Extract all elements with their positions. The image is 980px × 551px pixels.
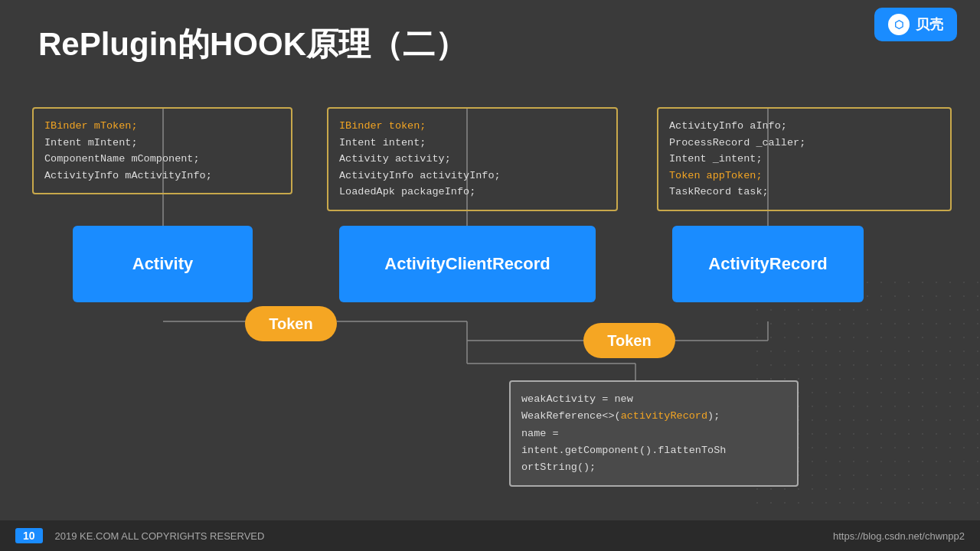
- code-right-line-5: TaskRecord task;: [669, 186, 769, 197]
- logo-text: 贝壳: [916, 15, 943, 34]
- activity-record-box: ActivityRecord: [672, 226, 864, 302]
- code-mid-line-2: Intent intent;: [339, 137, 426, 148]
- page-title: RePlugin的HOOK原理（二）: [38, 23, 467, 66]
- token-button-1: Token: [245, 306, 337, 341]
- logo-icon: ⬡: [888, 14, 910, 35]
- snippet-line-2: WeakReference<>(activityRecord);: [521, 410, 720, 422]
- code-line-3: ComponentName mComponent;: [44, 153, 200, 165]
- activity-box: Activity: [73, 226, 253, 302]
- code-right-line-1: ActivityInfo aInfo;: [669, 120, 787, 132]
- code-mid-line-4: ActivityInfo activityInfo;: [339, 170, 501, 181]
- code-mid-line-1: IBinder token;: [339, 120, 426, 132]
- code-right-line-4: Token appToken;: [669, 170, 763, 181]
- bottom-bar: 10 2019 KE.COM ALL COPYRIGHTS RESERVED h…: [0, 520, 980, 551]
- logo-container: ⬡ 贝壳: [874, 8, 957, 41]
- code-line-4: ActivityInfo mActivityInfo;: [44, 170, 212, 181]
- code-box-left: IBinder mToken; Intent mIntent; Componen…: [32, 107, 292, 194]
- copyright-text: 2019 KE.COM ALL COPYRIGHTS RESERVED: [55, 530, 265, 542]
- code-line-1: IBinder mToken;: [44, 120, 138, 132]
- code-box-middle: IBinder token; Intent intent; Activity a…: [327, 107, 618, 211]
- snippet-line-5: ortString();: [521, 461, 596, 473]
- code-right-line-3: Intent _intent;: [669, 153, 763, 165]
- snippet-line-1: weakActivity = new: [521, 393, 633, 405]
- token-button-2: Token: [583, 323, 675, 358]
- url-text: https://blog.csdn.net/chwnpp2: [833, 530, 965, 542]
- page-number: 10: [15, 528, 43, 543]
- code-right-line-2: ProcessRecord _caller;: [669, 137, 805, 148]
- code-mid-line-5: LoadedApk packageInfo;: [339, 186, 475, 197]
- snippet-box: weakActivity = new WeakReference<>(activ…: [509, 380, 799, 487]
- code-mid-line-3: Activity activity;: [339, 153, 451, 165]
- code-box-right: ActivityInfo aInfo; ProcessRecord _calle…: [657, 107, 952, 211]
- code-line-2: Intent mIntent;: [44, 137, 138, 148]
- activity-client-record-box: ActivityClientRecord: [339, 226, 596, 302]
- snippet-line-3: name =: [521, 428, 559, 439]
- snippet-line-4: intent.getComponent().flattenToSh: [521, 445, 726, 456]
